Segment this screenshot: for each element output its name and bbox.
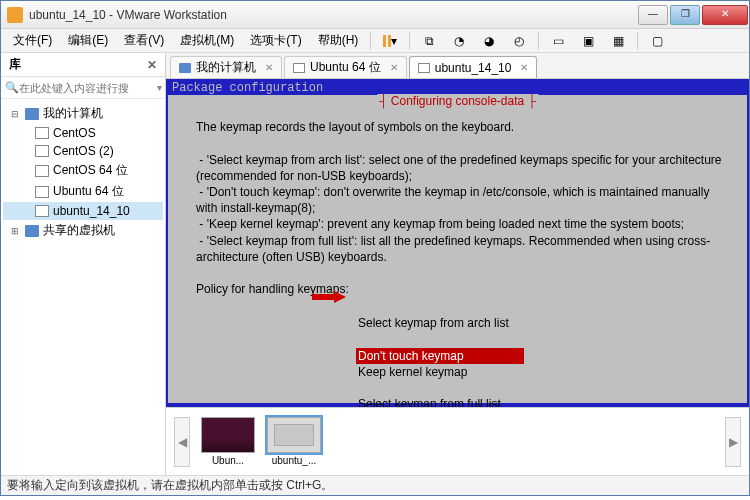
intro-text: The keymap records the layout of symbols… xyxy=(196,120,514,134)
library-sidebar: 库 ✕ 🔍 ▾ ⊟ 我的计算机 CentOS CentOS (2) CentOS… xyxy=(1,53,166,475)
statusbar: 要将输入定向到该虚拟机，请在虚拟机内部单击或按 Ctrl+G。 xyxy=(1,475,749,495)
sidebar-title: 库 xyxy=(9,56,21,73)
separator xyxy=(637,32,638,50)
option-dont-touch[interactable]: Don't touch keymap xyxy=(356,348,524,364)
menu-file[interactable]: 文件(F) xyxy=(5,29,60,52)
thumbnail-label: Ubun... xyxy=(200,455,256,466)
menu-edit[interactable]: 编辑(E) xyxy=(60,29,116,52)
minimize-button[interactable]: — xyxy=(638,5,668,25)
bullet-text: 'Keep kernel keymap': prevent any keymap… xyxy=(207,217,685,231)
tree-item-centos[interactable]: CentOS xyxy=(3,124,163,142)
toolbar-fullscreen-icon[interactable]: ▢ xyxy=(646,31,668,51)
search-input[interactable] xyxy=(19,82,157,94)
computer-icon xyxy=(25,108,39,120)
window-title: ubuntu_14_10 - VMware Workstation xyxy=(29,8,637,22)
toolbar-fit-icon[interactable]: ▭ xyxy=(547,31,569,51)
tab-close-icon[interactable]: ✕ xyxy=(520,62,528,73)
tree-item-centos64[interactable]: CentOS 64 位 xyxy=(3,160,163,181)
vm-icon xyxy=(35,127,49,139)
vm-icon xyxy=(35,145,49,157)
separator xyxy=(409,32,410,50)
maximize-button[interactable]: ❐ xyxy=(670,5,700,25)
option-keep-kernel[interactable]: Keep kernel keymap xyxy=(356,364,729,380)
tab-close-icon[interactable]: ✕ xyxy=(265,62,273,73)
tree-label: CentOS (2) xyxy=(53,144,114,158)
bullet-text: 'Select keymap from arch list': select o… xyxy=(196,153,725,183)
toolbar-snapshot-icon[interactable]: ◔ xyxy=(448,31,470,51)
vm-icon xyxy=(35,186,49,198)
tree-label: Ubuntu 64 位 xyxy=(53,183,124,200)
tab-close-icon[interactable]: ✕ xyxy=(390,62,398,73)
tree-root-shared[interactable]: ⊞ 共享的虚拟机 xyxy=(3,220,163,241)
package-config-header: Package configuration xyxy=(168,81,747,95)
menu-tabs[interactable]: 选项卡(T) xyxy=(242,29,309,52)
tree-label: CentOS 64 位 xyxy=(53,162,128,179)
tab-mycomputer[interactable]: 我的计算机✕ xyxy=(170,56,282,78)
thumbs-prev-button[interactable]: ◀ xyxy=(174,417,190,467)
tab-label: 我的计算机 xyxy=(196,59,256,76)
search-dropdown-icon[interactable]: ▾ xyxy=(157,82,162,93)
option-arch-list[interactable]: Select keymap from arch list xyxy=(356,315,729,331)
bullet-text: 'Select keymap from full list': list all… xyxy=(196,234,710,264)
tree-label: 我的计算机 xyxy=(43,105,103,122)
tabbar: 我的计算机✕ Ubuntu 64 位✕ ubuntu_14_10✕ xyxy=(166,53,749,79)
tree-label: ubuntu_14_10 xyxy=(53,204,130,218)
menubar: 文件(F) 编辑(E) 查看(V) 虚拟机(M) 选项卡(T) 帮助(H) ▾ … xyxy=(1,29,749,53)
tree-item-ubuntu64[interactable]: Ubuntu 64 位 xyxy=(3,181,163,202)
app-icon xyxy=(7,7,23,23)
tree-collapse-icon[interactable]: ⊟ xyxy=(11,109,21,119)
separator xyxy=(370,32,371,50)
vm-tree: ⊟ 我的计算机 CentOS CentOS (2) CentOS 64 位 Ub… xyxy=(1,99,165,475)
vm-icon xyxy=(35,205,49,217)
tab-icon xyxy=(418,63,430,73)
tab-label: ubuntu_14_10 xyxy=(435,61,512,75)
dialog-box: ┤ Configuring console-data ├ The keymap … xyxy=(168,95,747,403)
close-button[interactable]: ✕ xyxy=(702,5,748,25)
tree-label: 共享的虚拟机 xyxy=(43,222,115,239)
toolbar-send-ctrlaltdel-icon[interactable]: ⧉ xyxy=(418,31,440,51)
sidebar-header: 库 ✕ xyxy=(1,53,165,77)
tab-ubuntu1410[interactable]: ubuntu_14_10✕ xyxy=(409,56,538,78)
toolbar-revert-icon[interactable]: ◕ xyxy=(478,31,500,51)
thumbnail-bar: ◀ Ubun... ubuntu_... ▶ xyxy=(166,407,749,475)
menu-view[interactable]: 查看(V) xyxy=(116,29,172,52)
dialog-body: The keymap records the layout of symbols… xyxy=(168,95,747,407)
app-window: ubuntu_14_10 - VMware Workstation — ❐ ✕ … xyxy=(0,0,750,496)
toolbar-console-icon[interactable]: ▣ xyxy=(577,31,599,51)
annotation-arrow-icon xyxy=(312,291,346,303)
tree-root-mycomputer[interactable]: ⊟ 我的计算机 xyxy=(3,103,163,124)
tree-item-ubuntu1410[interactable]: ubuntu_14_10 xyxy=(3,202,163,220)
toolbar-unity-icon[interactable]: ▦ xyxy=(607,31,629,51)
svg-marker-0 xyxy=(312,291,346,303)
sidebar-search: 🔍 ▾ xyxy=(1,77,165,99)
status-text: 要将输入定向到该虚拟机，请在虚拟机内部单击或按 Ctrl+G。 xyxy=(7,477,333,494)
window-controls: — ❐ ✕ xyxy=(637,5,749,25)
main-area: 库 ✕ 🔍 ▾ ⊟ 我的计算机 CentOS CentOS (2) CentOS… xyxy=(1,53,749,475)
keymap-menu: Select keymap from arch list Don't touch… xyxy=(356,299,729,407)
tab-icon xyxy=(179,63,191,73)
computer-icon xyxy=(25,225,39,237)
thumbs-next-button[interactable]: ▶ xyxy=(725,417,741,467)
option-full-list[interactable]: Select keymap from full list xyxy=(356,396,729,407)
menu-vm[interactable]: 虚拟机(M) xyxy=(172,29,242,52)
search-icon: 🔍 xyxy=(5,81,19,94)
tab-label: Ubuntu 64 位 xyxy=(310,59,381,76)
thumb-ubuntu1410[interactable]: ubuntu_... xyxy=(266,417,322,466)
thumbnail-image xyxy=(267,417,321,453)
menu-help[interactable]: 帮助(H) xyxy=(310,29,367,52)
content-area: 我的计算机✕ Ubuntu 64 位✕ ubuntu_14_10✕ Packag… xyxy=(166,53,749,475)
toolbar-manage-icon[interactable]: ◴ xyxy=(508,31,530,51)
vm-console[interactable]: Package configuration ┤ Configuring cons… xyxy=(166,79,749,407)
tab-ubuntu64[interactable]: Ubuntu 64 位✕ xyxy=(284,56,407,78)
bullet-text: 'Don't touch keymap': don't overwrite th… xyxy=(196,185,713,215)
pause-icon xyxy=(383,35,391,47)
thumbnail-image xyxy=(201,417,255,453)
pause-button[interactable]: ▾ xyxy=(379,31,401,51)
tree-item-centos2[interactable]: CentOS (2) xyxy=(3,142,163,160)
dialog-title: ┤ Configuring console-data ├ xyxy=(377,94,538,108)
sidebar-close-icon[interactable]: ✕ xyxy=(147,58,157,72)
tree-expand-icon[interactable]: ⊞ xyxy=(11,226,21,236)
titlebar[interactable]: ubuntu_14_10 - VMware Workstation — ❐ ✕ xyxy=(1,1,749,29)
thumb-ubuntu[interactable]: Ubun... xyxy=(200,417,256,466)
tab-icon xyxy=(293,63,305,73)
